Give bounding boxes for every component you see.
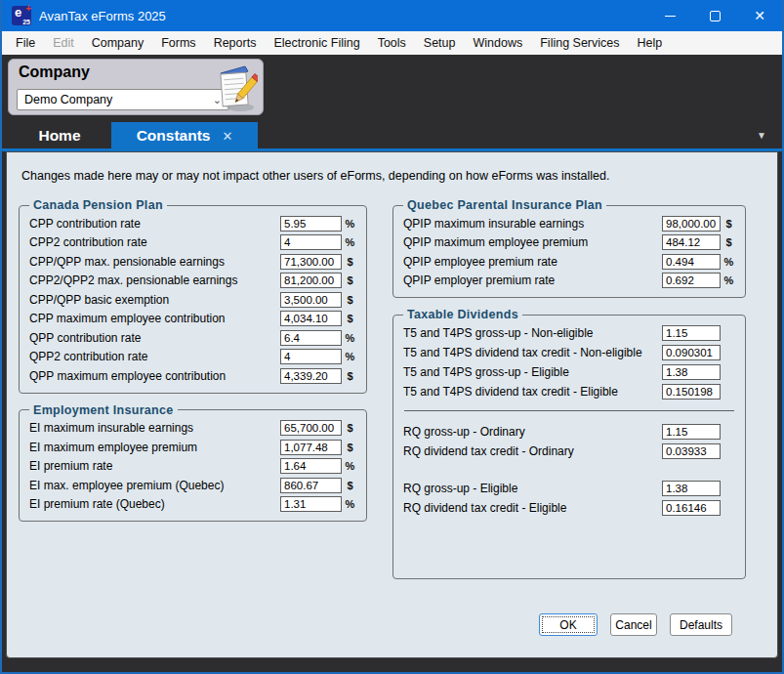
field-input[interactable] (662, 500, 721, 516)
unit-symbol: % (342, 218, 358, 230)
group-divider (404, 410, 734, 411)
unit-symbol: % (342, 460, 358, 472)
field-input[interactable] (662, 325, 721, 341)
field-row: QPIP employee premium rate% (403, 252, 737, 272)
unit-symbol: $ (721, 236, 737, 248)
field-input[interactable] (662, 345, 721, 360)
field-label: EI maximum insurable earnings (29, 421, 280, 435)
field-input[interactable] (280, 292, 342, 308)
company-label: Company (19, 63, 90, 81)
field-input[interactable] (662, 384, 721, 400)
field-input[interactable] (662, 254, 721, 270)
menu-company[interactable]: Company (83, 31, 153, 55)
group-spacer (403, 461, 737, 479)
field-input[interactable] (280, 216, 342, 232)
tab-home[interactable]: Home (8, 122, 111, 148)
menu-electronic-filing[interactable]: Electronic Filing (265, 31, 368, 55)
company-panel: Company Demo Company ⌄ (8, 59, 264, 115)
company-select[interactable]: Demo Company ⌄ (17, 89, 229, 110)
field-input[interactable] (662, 443, 721, 459)
tab-strip: Home Constants ✕ ▼ (2, 122, 782, 148)
field-label: RQ dividend tax credit - Ordinary (403, 444, 662, 458)
field-label: RQ dividend tax credit - Eligible (403, 501, 662, 515)
defaults-button[interactable]: Defaults (670, 613, 732, 636)
field-label: QPIP employee premium rate (403, 255, 662, 269)
field-input[interactable] (280, 458, 342, 474)
minimize-icon (665, 16, 676, 17)
app-logo-letter: e (15, 5, 21, 20)
company-selected-value: Demo Company (24, 93, 112, 106)
field-input[interactable] (280, 496, 342, 512)
app-window: e 25 + AvanTax eForms 2025 ✕ FileEditCom… (0, 0, 784, 674)
unit-symbol: $ (342, 313, 358, 324)
field-row: EI premium rate% (29, 457, 358, 477)
field-label: EI max. employee premium (Quebec) (29, 479, 280, 492)
field-label: CPP/QPP max. pensionable earnings (29, 255, 280, 269)
unit-symbol: $ (342, 480, 358, 491)
group-title: Quebec Parental Insurance Plan (403, 198, 606, 212)
field-input[interactable] (280, 349, 342, 364)
field-label: EI maximum employee premium (29, 441, 280, 454)
menu-forms[interactable]: Forms (152, 31, 204, 55)
field-input[interactable] (280, 420, 342, 436)
tab-overflow-icon[interactable]: ▼ (757, 130, 766, 141)
menu-windows[interactable]: Windows (465, 31, 532, 55)
app-logo-year: 25 (22, 19, 30, 25)
unit-symbol: $ (342, 442, 358, 453)
group-quebec-parental-insurance-plan: Quebec Parental Insurance Plan QPIP maxi… (392, 198, 746, 298)
field-row: EI maximum employee premium$ (29, 438, 358, 457)
close-button[interactable]: ✕ (737, 0, 782, 31)
field-input[interactable] (280, 311, 342, 326)
field-input[interactable] (662, 364, 721, 380)
menu-file[interactable]: File (7, 31, 44, 55)
title-bar: e 25 + AvanTax eForms 2025 ✕ (2, 0, 782, 31)
field-label: EI premium rate (29, 459, 280, 473)
menu-setup[interactable]: Setup (415, 31, 465, 55)
unit-symbol: % (721, 274, 737, 286)
field-row: QPP contribution rate% (29, 328, 358, 348)
tab-home-label: Home (38, 127, 80, 145)
field-input[interactable] (662, 481, 721, 496)
tab-close-icon[interactable]: ✕ (222, 128, 232, 144)
ok-button[interactable]: OK (539, 613, 598, 636)
field-input[interactable] (280, 273, 342, 288)
field-input[interactable] (662, 216, 721, 232)
field-input[interactable] (662, 424, 721, 440)
field-row: RQ gross-up - Ordinary (403, 422, 737, 442)
unit-symbol: % (342, 498, 358, 510)
field-row: CPP contribution rate% (29, 214, 358, 233)
cancel-button[interactable]: Cancel (610, 613, 657, 636)
field-input[interactable] (280, 254, 342, 270)
field-input[interactable] (280, 234, 342, 250)
group-taxable-dividends: Taxable Dividends T5 and T4PS gross-up -… (392, 308, 746, 579)
field-input[interactable] (280, 330, 342, 346)
field-input[interactable] (280, 368, 342, 384)
app-logo-icon: e 25 + (12, 6, 31, 25)
field-row: QPIP maximum employee premium$ (403, 233, 737, 253)
menu-filing-services[interactable]: Filing Services (531, 31, 628, 55)
group-employment-insurance: Employment Insurance EI maximum insurabl… (19, 403, 367, 523)
field-row: EI maximum insurable earnings$ (29, 419, 358, 439)
field-input[interactable] (280, 478, 342, 493)
field-input[interactable] (280, 440, 342, 455)
field-row: T5 and T4PS gross-up - Non-eligible (403, 323, 737, 343)
field-label: T5 and T4PS gross-up - Eligible (403, 365, 662, 379)
header-area: Company Demo Company ⌄ (2, 55, 782, 148)
menu-help[interactable]: Help (629, 31, 672, 55)
menu-edit[interactable]: Edit (44, 31, 83, 55)
edit-company-icon[interactable] (213, 63, 258, 113)
field-row: EI premium rate (Quebec)% (29, 495, 358, 515)
field-label: CPP contribution rate (29, 217, 280, 231)
menu-reports[interactable]: Reports (205, 31, 266, 55)
minimize-button[interactable] (647, 0, 692, 31)
field-label: RQ gross-up - Eligible (403, 482, 662, 495)
tab-constants[interactable]: Constants ✕ (111, 122, 258, 148)
window-title: AvanTax eForms 2025 (39, 9, 166, 23)
field-row: T5 and T4PS gross-up - Eligible (403, 362, 737, 382)
groups-columns: Canada Pension Plan CPP contribution rat… (19, 198, 777, 579)
field-input[interactable] (662, 234, 721, 250)
unit-symbol: $ (342, 294, 358, 306)
maximize-button[interactable] (692, 0, 737, 31)
field-input[interactable] (662, 273, 721, 288)
menu-tools[interactable]: Tools (369, 31, 415, 55)
